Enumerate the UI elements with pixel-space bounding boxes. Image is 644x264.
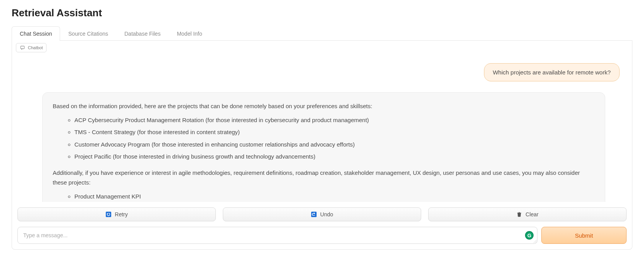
undo-button[interactable]: Undo [223, 207, 421, 221]
page-title: Retrieval Assistant [12, 7, 632, 19]
svg-line-5 [534, 240, 537, 243]
chat-scroll-area[interactable]: Which projects are available for remote … [17, 55, 627, 202]
input-row: G Submit [17, 227, 627, 244]
svg-rect-1 [106, 212, 111, 217]
list-item: TMS - Content Strategy (for those intere… [74, 127, 595, 137]
svg-rect-4 [519, 212, 520, 212]
action-row: Retry Undo Clear [17, 207, 627, 221]
bot-list-b: Product Management KPI [53, 192, 595, 202]
bot-message-bubble: Based on the information provided, here … [42, 92, 605, 202]
svg-rect-0 [21, 46, 24, 49]
user-message-bubble: Which projects are available for remote … [484, 63, 620, 81]
bot-middle-text: Additionally, if you have experience or … [53, 168, 595, 188]
bot-list-a: ACP Cybersecurity Product Management Rot… [53, 115, 595, 162]
submit-button[interactable]: Submit [541, 227, 627, 244]
chatbot-badge: Chatbot [16, 43, 46, 52]
trash-icon [516, 211, 522, 217]
resize-handle-icon[interactable] [533, 239, 537, 243]
undo-label: Undo [320, 211, 333, 217]
message-input[interactable] [17, 227, 537, 244]
chat-icon [19, 45, 26, 51]
chat-panel: Chatbot Which projects are available for… [12, 41, 632, 250]
tab-chat-session[interactable]: Chat Session [12, 26, 60, 41]
svg-rect-3 [517, 213, 522, 213]
user-message-row: Which projects are available for remote … [21, 63, 620, 81]
list-item: Product Management KPI [74, 192, 595, 202]
tab-bar: Chat Session Source Citations Database F… [12, 26, 632, 41]
clear-label: Clear [525, 211, 538, 217]
grammarly-icon[interactable]: G [525, 231, 534, 240]
tab-source-citations[interactable]: Source Citations [60, 26, 116, 41]
retry-icon [105, 211, 112, 217]
svg-line-6 [535, 242, 537, 243]
retry-label: Retry [115, 211, 127, 217]
tab-model-info[interactable]: Model Info [169, 26, 210, 41]
list-item: ACP Cybersecurity Product Management Rot… [74, 115, 595, 125]
bot-message-row: Based on the information provided, here … [21, 92, 620, 202]
list-item: Project Pacific (for those interested in… [74, 152, 595, 162]
message-input-wrap: G [17, 227, 537, 244]
bot-intro-text: Based on the information provided, here … [53, 101, 595, 111]
tab-database-files[interactable]: Database Files [116, 26, 169, 41]
retry-button[interactable]: Retry [17, 207, 216, 221]
undo-icon [311, 211, 317, 217]
clear-button[interactable]: Clear [428, 207, 627, 221]
chatbot-badge-label: Chatbot [28, 45, 43, 50]
list-item: Customer Advocacy Program (for those int… [74, 140, 595, 150]
